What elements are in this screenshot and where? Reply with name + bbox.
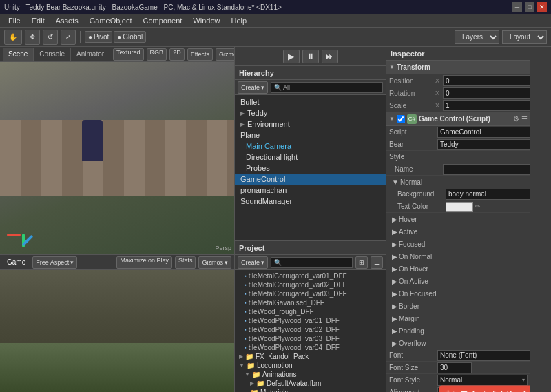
project-item-tile6[interactable]: ▪ tileWoodPlywood_var01_DFF — [235, 316, 386, 325]
close-button[interactable]: ✕ — [537, 2, 547, 12]
padding-collapse[interactable]: ▶ Padding — [386, 324, 530, 337]
project-item-materials[interactable]: 📁 Materials — [235, 388, 386, 392]
normal-collapse[interactable]: ▼ Normal — [386, 176, 530, 188]
project-item-tile2[interactable]: ▪ tileMetalCorrugated_var02_DFF — [235, 280, 386, 289]
menu-file[interactable]: File — [3, 14, 26, 27]
menu-window[interactable]: Window — [187, 14, 225, 27]
step-button[interactable]: ⏭ — [322, 50, 338, 63]
tab-scene[interactable]: Scene — [3, 48, 34, 61]
hierarchy-item-bullet[interactable]: Bullet — [235, 96, 386, 107]
scale-tool[interactable]: ⤢ — [61, 30, 76, 45]
move-tool[interactable]: ✥ — [25, 30, 40, 45]
project-item-tile1[interactable]: ▪ tileMetalCorrugated_var01_DFF — [235, 271, 386, 280]
global-toggle[interactable]: ● Global — [114, 31, 146, 43]
tab-animator[interactable]: Animator — [71, 48, 110, 61]
free-aspect-btn[interactable]: Free Aspect ▾ — [32, 256, 77, 269]
active-collapse[interactable]: ▶ Active — [386, 225, 530, 238]
maximize-play-btn[interactable]: Maximize on Play — [116, 256, 172, 269]
comp-script-icon: C# — [407, 114, 417, 124]
minimize-button[interactable]: ─ — [512, 2, 522, 12]
font-style-dropdown[interactable]: Normal ▾ — [437, 375, 528, 386]
layers-dropdown[interactable]: Layers — [455, 30, 499, 44]
project-filter-btn[interactable]: ⊞ — [355, 256, 368, 269]
comp-enable-checkbox[interactable] — [397, 115, 405, 123]
project-item-tile5[interactable]: ▪ tileWood_rough_DFF — [235, 307, 386, 316]
hierarchy-item-pronamachan[interactable]: pronamachan — [235, 185, 386, 196]
project-item-animations[interactable]: ▼ 📁 Animations — [235, 370, 386, 379]
transform-header: ▼ Transform — [386, 61, 530, 74]
effects-btn[interactable]: Effects — [187, 48, 213, 61]
project-search[interactable]: 🔍 — [271, 257, 353, 268]
hierarchy-item-probes[interactable]: Probes — [235, 163, 386, 174]
maximize-button[interactable]: □ — [525, 2, 534, 12]
transform-section: ▼ Transform Position X Y — [386, 61, 530, 112]
bear-field-value: ○ — [437, 139, 530, 150]
2d-btn[interactable]: 2D — [169, 48, 185, 61]
stats-btn[interactable]: Stats — [175, 256, 196, 269]
layout-dropdown[interactable]: Layout — [502, 30, 547, 44]
comp-header[interactable]: ▼ C# Game Control (Script) ⚙ ☰ — [386, 112, 530, 126]
on-hover-collapse[interactable]: ▶ On Hover — [386, 262, 530, 275]
textured-btn[interactable]: Textured — [113, 48, 144, 61]
on-normal-collapse[interactable]: ▶ On Normal — [386, 250, 530, 262]
hierarchy-item-dir-light[interactable]: Directional light — [235, 152, 386, 163]
overflow-collapse[interactable]: ▶ Overflow — [386, 337, 530, 349]
project-item-tile7[interactable]: ▪ tileWoodPlywood_var02_DFF — [235, 325, 386, 334]
menu-component[interactable]: Component — [137, 14, 187, 27]
focused-collapse[interactable]: ▶ Focused — [386, 238, 530, 250]
comp-gear-icon[interactable]: ⚙ — [513, 115, 519, 123]
left-panel: Scene Console Animator Textured RGB 2D E… — [0, 47, 234, 392]
border-collapse[interactable]: ▶ Border — [386, 300, 530, 312]
style-name-input[interactable] — [443, 164, 530, 175]
color-pen-icon[interactable]: ✏ — [475, 203, 480, 210]
rotate-tool[interactable]: ↺ — [43, 30, 58, 45]
menu-edit[interactable]: Edit — [26, 14, 50, 27]
on-active-collapse[interactable]: ▶ On Active — [386, 275, 530, 287]
play-button[interactable]: ▶ — [283, 50, 300, 63]
hierarchy-item-environment[interactable]: ▶ Environment — [235, 118, 386, 130]
project-item-fx[interactable]: ▶ 📁 FX_Kandol_Pack — [235, 352, 386, 361]
project-item-defaultavatar[interactable]: ▶ 📁 DefaultAvatar.fbm — [235, 379, 386, 388]
bear-input[interactable] — [437, 139, 530, 150]
game-gizmos-btn[interactable]: Gizmos ▾ — [198, 256, 231, 269]
script-input[interactable] — [437, 127, 530, 138]
hover-collapse[interactable]: ▶ Hover — [386, 213, 530, 225]
project-item-locomotion[interactable]: ▼ 📁 Locomotion — [235, 361, 386, 370]
sc-x-input[interactable] — [443, 100, 530, 111]
gizmos-btn[interactable]: Gizmos — [216, 48, 234, 61]
hierarchy-item-teddy[interactable]: ▶ Teddy — [235, 107, 386, 118]
pos-x-input[interactable] — [443, 75, 530, 86]
pause-button[interactable]: ⏸ — [302, 50, 319, 63]
pos-x-field: X — [435, 75, 530, 86]
comp-settings-icon[interactable]: ☰ — [521, 115, 528, 123]
tab-console[interactable]: Console — [34, 48, 71, 61]
hierarchy-item-plane[interactable]: Plane — [235, 130, 386, 141]
pivot-toggle[interactable]: ● Pivot — [85, 31, 112, 43]
margin-collapse[interactable]: ▶ Margin — [386, 312, 530, 324]
project-item-tile3[interactable]: ▪ tileMetalCorrugated_var03_DFF — [235, 289, 386, 298]
rot-x-input[interactable] — [443, 87, 530, 99]
menu-assets[interactable]: Assets — [50, 14, 84, 27]
project-item-tile8[interactable]: ▪ tileWoodPlywood_var03_DFF — [235, 334, 386, 343]
hierarchy-create-btn[interactable]: Create ▾ — [238, 81, 268, 94]
menu-gameobject[interactable]: GameObject — [84, 14, 138, 27]
project-create-btn[interactable]: Create ▾ — [238, 256, 268, 269]
hierarchy-item-main-camera[interactable]: Main Camera — [235, 141, 386, 152]
font-input[interactable] — [437, 350, 530, 361]
project-item-tile9[interactable]: ▪ tileWoodPlywood_var04_DFF — [235, 343, 386, 352]
background-input[interactable] — [446, 189, 530, 200]
on-focused-collapse[interactable]: ▶ On Focused — [386, 287, 530, 300]
menu-help[interactable]: Help — [225, 14, 252, 27]
rotation-xyz: X Y Z — [435, 87, 530, 99]
rgb-btn[interactable]: RGB — [147, 48, 167, 61]
script-field-label: Script — [389, 128, 437, 136]
hierarchy-search[interactable]: 🔍 All — [271, 82, 383, 93]
project-view-btn[interactable]: ☰ — [371, 256, 383, 269]
hierarchy-item-soundmanager[interactable]: SoundManager — [235, 196, 386, 207]
project-item-tile4[interactable]: ▪ tileMetalGavanised_DFF — [235, 298, 386, 307]
text-color-swatch[interactable] — [446, 202, 473, 212]
hierarchy-item-gamecontrol[interactable]: GameControl — [235, 174, 386, 185]
font-size-input[interactable] — [437, 362, 472, 373]
hand-tool[interactable]: ✋ — [4, 30, 22, 45]
tab-game[interactable]: Game — [3, 256, 30, 269]
